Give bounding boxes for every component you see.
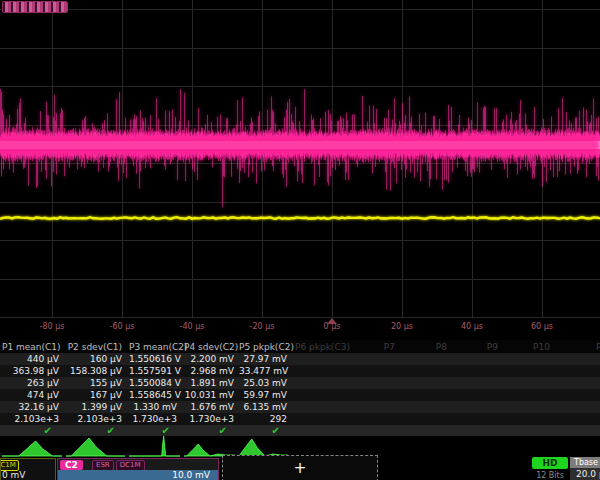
hd-mode-badge[interactable]: HD	[532, 457, 568, 469]
add-channel-button[interactable]: +	[222, 455, 378, 480]
parameter-max: 1.558645 V	[129, 389, 177, 401]
parameter-sdev: 32.16 µV	[2, 401, 59, 413]
parameter-num: 292	[239, 413, 287, 425]
parameter-histicon	[66, 436, 125, 458]
parameter-mean: 2.968 mV	[184, 365, 234, 377]
c2-scale-row: 10.0 mV	[58, 470, 218, 480]
parameter-sdev: 1.676 mV	[184, 401, 234, 413]
time-axis-tick: -20 µs	[232, 322, 292, 331]
parameter-mean: 363.98 µV	[2, 365, 59, 377]
c2-label: C2	[60, 460, 83, 470]
c2-scale-value: 10.0 mV	[172, 470, 210, 480]
waveform-grid[interactable]	[0, 0, 600, 318]
parameter-num: 1.730e+3	[129, 413, 177, 425]
parameter-min: 1.550084 V	[129, 377, 177, 389]
parameter-min: 25.03 mV	[239, 377, 287, 389]
parameter-header-inactive[interactable]: P10	[508, 341, 550, 353]
parameter-mean: 158.308 µV	[66, 365, 122, 377]
time-axis-tick: -40 µs	[162, 322, 222, 331]
time-axis: -100 µs-80 µs-60 µs-40 µs-20 µs0 µs20 µs…	[0, 318, 600, 338]
parameter-min: 263 µV	[2, 377, 59, 389]
time-axis-tick: 60 µs	[512, 322, 572, 331]
timebase-descriptor[interactable]: Tbase 20.0 µs	[570, 457, 600, 480]
parameter-column[interactable]: P2 sdev(C1)160 µV158.308 µV155 µV167 µV1…	[66, 340, 125, 436]
time-axis-tick: 80 µs	[582, 322, 600, 331]
parameter-max: 167 µV	[66, 389, 122, 401]
parameter-value: 27.97 mV	[239, 353, 287, 365]
timebase-label: Tbase	[570, 457, 600, 468]
time-axis-tick: 40 µs	[442, 322, 502, 331]
time-axis-tick: 20 µs	[372, 322, 432, 331]
parameter-mean: 1.557591 V	[129, 365, 177, 377]
parameter-column[interactable]: P4 sdev(C2)2.200 mV2.968 mV1.891 mV10.03…	[184, 340, 237, 436]
oscilloscope-screen: -100 µs-80 µs-60 µs-40 µs-20 µs0 µs20 µs…	[0, 0, 600, 480]
bottom-bar: DC1M 0 mV C2 ESRDC1M 10.0 mV + HD 12 Bit…	[0, 458, 600, 480]
parameter-value: 160 µV	[66, 353, 122, 365]
parameter-header[interactable]: P2 sdev(C1)	[66, 341, 122, 353]
time-axis-tick: -80 µs	[22, 322, 82, 331]
parameter-min: 1.891 mV	[184, 377, 234, 389]
parameter-header-inactive[interactable]: P7	[355, 341, 395, 353]
parameter-histicon	[2, 436, 62, 458]
parameter-sdev: 1.330 mV	[129, 401, 177, 413]
parameter-num: 1.730e+3	[184, 413, 234, 425]
channel-c1-descriptor[interactable]: DC1M 0 mV	[0, 458, 56, 480]
parameter-sdev: 1.399 µV	[66, 401, 122, 413]
hd-bits-label: 12 Bits	[532, 471, 568, 480]
parameter-num: 2.103e+3	[66, 413, 122, 425]
channel-c2-descriptor[interactable]: C2 ESRDC1M 10.0 mV	[57, 458, 219, 480]
parameter-value: 440 µV	[2, 353, 59, 365]
time-axis-tick: -100 µs	[0, 322, 12, 331]
time-axis-tick: 0 µs	[302, 322, 362, 331]
parameter-column[interactable]: P3 mean(C2)1.550616 V1.557591 V1.550084 …	[129, 340, 180, 436]
parameter-header[interactable]: P4 sdev(C2)	[184, 341, 234, 353]
parameter-header-inactive[interactable]: P8	[407, 341, 447, 353]
parameter-histicon	[129, 436, 180, 458]
parameter-column[interactable]: P1 mean(C1)440 µV363.98 µV263 µV474 µV32…	[2, 340, 62, 436]
parameter-column[interactable]: P5 pkpk(C2)27.97 mV33.477 mV25.03 mV59.9…	[239, 340, 290, 436]
time-axis-tick: -60 µs	[92, 322, 152, 331]
parameter-header-inactive[interactable]: P9	[458, 341, 498, 353]
parameter-max: 59.97 mV	[239, 389, 287, 401]
parameter-sdev: 6.135 mV	[239, 401, 287, 413]
parameter-header[interactable]: P1 mean(C1)	[2, 341, 59, 353]
parameter-value: 2.200 mV	[184, 353, 234, 365]
parameter-num: 2.103e+3	[2, 413, 59, 425]
parameter-header-inactive[interactable]: P11	[583, 341, 600, 353]
trace-annotation-badge	[2, 1, 68, 13]
parameter-header[interactable]: P5 pkpk(C2)	[239, 341, 287, 353]
c1-scale-value: 0 mV	[2, 470, 26, 480]
parameter-max: 10.031 mV	[184, 389, 234, 401]
parameter-min: 155 µV	[66, 377, 122, 389]
parameter-value: 1.550616 V	[129, 353, 177, 365]
timebase-value: 20.0 µs	[576, 469, 600, 479]
measurement-table[interactable]: P1 mean(C1)440 µV363.98 µV263 µV474 µV32…	[0, 340, 600, 436]
parameter-max: 474 µV	[2, 389, 59, 401]
parameter-header-inactive[interactable]: P6 pkpk(C3)	[295, 341, 347, 353]
parameter-mean: 33.477 mV	[239, 365, 287, 377]
parameter-header[interactable]: P3 mean(C2)	[129, 341, 177, 353]
